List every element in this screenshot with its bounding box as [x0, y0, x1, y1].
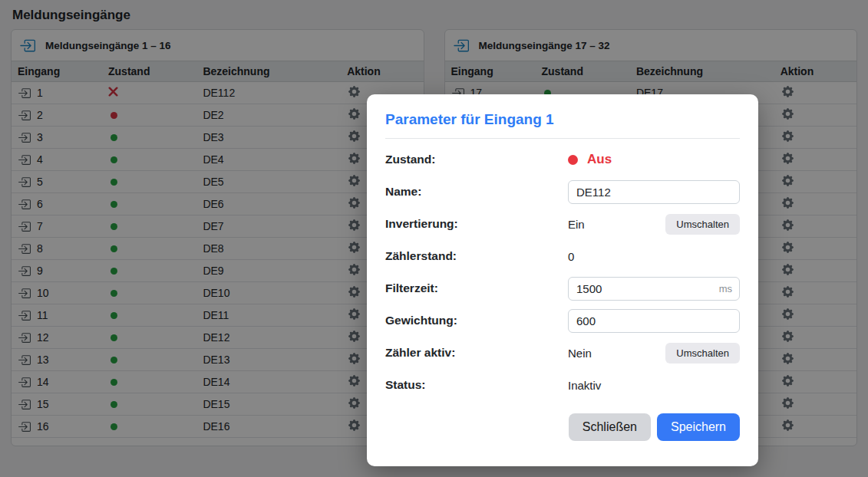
filterzeit-input[interactable] [568, 277, 740, 301]
speichern-button[interactable]: Speichern [657, 413, 740, 441]
field-label: Invertierung: [385, 217, 568, 231]
field-row-zaehlerstand: Zählerstand: 0 [385, 240, 740, 272]
invertierung-value: Ein [568, 218, 585, 231]
status-value: Inaktiv [568, 379, 740, 392]
field-label: Name: [385, 185, 568, 199]
zaehler-aktiv-umschalten-button[interactable]: Umschalten [665, 343, 740, 364]
schliessen-button[interactable]: Schließen [569, 413, 651, 441]
field-row-filterzeit: Filterzeit: ms [385, 272, 740, 304]
field-label: Zählerstand: [385, 249, 568, 263]
divider [385, 138, 740, 139]
zustand-text: Aus [587, 152, 612, 167]
field-row-name: Name: [385, 176, 740, 208]
field-label: Gewichtung: [385, 314, 568, 327]
field-label: Status: [385, 378, 568, 392]
field-row-status: Status: Inaktiv [385, 369, 740, 401]
field-row-invertierung: Invertierung: Ein Umschalten [385, 208, 740, 240]
field-label: Filterzeit: [385, 281, 568, 295]
ms-unit-label: ms [719, 283, 732, 294]
name-input[interactable] [568, 180, 740, 204]
zustand-value: Aus [568, 152, 740, 167]
field-row-zaehler-aktiv: Zähler aktiv: Nein Umschalten [385, 337, 740, 369]
invertierung-umschalten-button[interactable]: Umschalten [665, 214, 740, 235]
dialog-title: Parameter für Eingang 1 [385, 111, 740, 138]
dialog-footer: Schließen Speichern [385, 413, 740, 441]
field-label: Zustand: [385, 153, 568, 166]
field-row-gewichtung: Gewichtung: [385, 304, 740, 337]
zaehlerstand-value: 0 [568, 250, 740, 263]
field-row-zustand: Zustand: Aus [385, 143, 740, 176]
gewichtung-input[interactable] [568, 309, 740, 333]
parameter-dialog: Parameter für Eingang 1 Zustand: Aus Nam… [367, 94, 758, 466]
zaehler-aktiv-value: Nein [568, 347, 592, 360]
status-dot-icon [568, 155, 578, 165]
field-label: Zähler aktiv: [385, 346, 568, 360]
